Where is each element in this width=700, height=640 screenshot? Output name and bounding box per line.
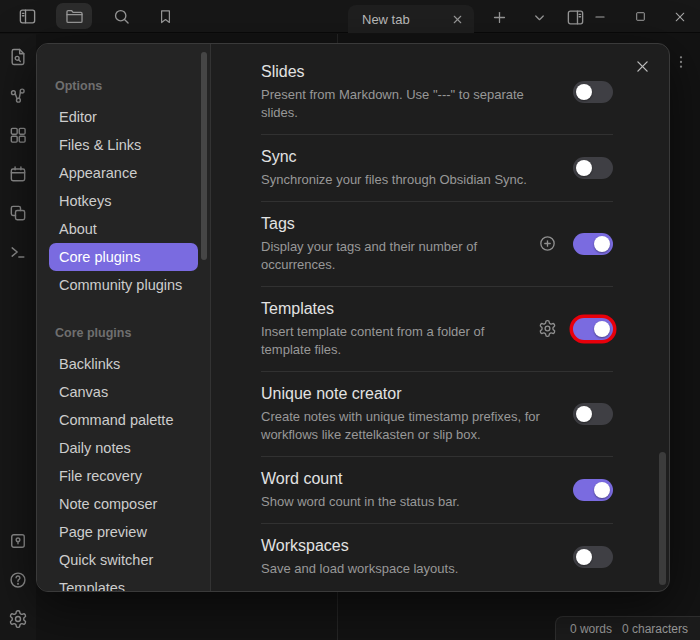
toggle-sync[interactable] <box>573 157 613 179</box>
setting-row-word-count: Word count Show word count in the status… <box>261 456 613 523</box>
sidebar-item-editor[interactable]: Editor <box>49 103 198 131</box>
toggle-tags[interactable] <box>573 233 613 255</box>
copy-icon[interactable] <box>7 202 29 224</box>
sidebar-item-daily-notes[interactable]: Daily notes <box>49 434 198 462</box>
sidebar-item-quick-switcher[interactable]: Quick switcher <box>49 546 198 574</box>
setting-description: Synchronize your files through Obsidian … <box>261 171 561 189</box>
sidebar-item-core-plugins[interactable]: Core plugins <box>49 243 198 271</box>
settings-gear-icon[interactable] <box>7 608 29 630</box>
window-controls <box>580 0 700 33</box>
tab-title: New tab <box>362 12 445 27</box>
folder-icon[interactable] <box>56 3 92 29</box>
setting-row-unique-note-creator: Unique note creator Create notes with un… <box>261 371 613 456</box>
sidebar-item-hotkeys[interactable]: Hotkeys <box>49 187 198 215</box>
setting-description: Create notes with unique timestamp prefi… <box>261 408 561 444</box>
setting-name: Sync <box>261 146 561 168</box>
modal-close-icon[interactable] <box>634 58 651 75</box>
tab-close-icon[interactable] <box>451 13 464 26</box>
tab-extra-actions <box>482 4 592 30</box>
sidebar-item-about[interactable]: About <box>49 215 198 243</box>
setting-name: Unique note creator <box>261 383 561 405</box>
file-search-icon[interactable] <box>7 46 29 68</box>
graph-icon[interactable] <box>7 85 29 107</box>
calendar-icon[interactable] <box>7 163 29 185</box>
toggle-unique-note-creator[interactable] <box>573 403 613 425</box>
sidebar-item-files-links[interactable]: Files & Links <box>49 131 198 159</box>
word-count: 0 words <box>570 622 612 636</box>
character-count: 0 characters <box>622 622 688 636</box>
content-scrollbar[interactable] <box>659 452 666 585</box>
settings-content: Slides Present from Markdown. Use "---" … <box>211 44 669 591</box>
bookmark-icon[interactable] <box>150 3 180 29</box>
titlebar-left-actions <box>0 3 180 29</box>
sidebar-item-file-recovery[interactable]: File recovery <box>49 462 198 490</box>
sidebar-item-canvas[interactable]: Canvas <box>49 378 198 406</box>
layout-grid-icon[interactable] <box>7 124 29 146</box>
setting-description: Present from Markdown. Use "---" to sepa… <box>261 86 561 122</box>
sidebar-section-heading: Options <box>49 76 198 103</box>
vault-icon[interactable] <box>7 530 29 552</box>
sidebar-item-command-palette[interactable]: Command palette <box>49 406 198 434</box>
toggle-word-count[interactable] <box>573 479 613 501</box>
sidebar-item-appearance[interactable]: Appearance <box>49 159 198 187</box>
setting-row-sync: Sync Synchronize your files through Obsi… <box>261 134 613 201</box>
toggle-templates[interactable] <box>573 318 613 340</box>
setting-row-workspaces: Workspaces Save and load workspace layou… <box>261 523 613 590</box>
sidebar-item-templates[interactable]: Templates <box>49 574 198 592</box>
setting-description: Show word count in the status bar. <box>261 493 561 511</box>
settings-sidebar: Options EditorFiles & LinksAppearanceHot… <box>37 44 211 591</box>
setting-row-tags: Tags Display your tags and their number … <box>261 201 613 286</box>
gear-icon[interactable] <box>538 319 557 338</box>
minimize-icon[interactable] <box>580 0 620 33</box>
more-options-icon[interactable] <box>673 52 689 72</box>
terminal-icon[interactable] <box>7 241 29 263</box>
setting-row-templates: Templates Insert template content from a… <box>261 286 613 371</box>
setting-description: Display your tags and their number of oc… <box>261 238 526 274</box>
sidebar-section-heading: Core plugins <box>49 323 198 350</box>
setting-name: Workspaces <box>261 535 561 557</box>
maximize-icon[interactable] <box>620 0 660 33</box>
sidebar-item-backlinks[interactable]: Backlinks <box>49 350 198 378</box>
setting-name: Word count <box>261 468 561 490</box>
ribbon <box>0 34 36 640</box>
chevron-down-icon[interactable] <box>522 4 556 30</box>
window-close-icon[interactable] <box>660 0 700 33</box>
toggle-slides[interactable] <box>573 81 613 103</box>
setting-row-slides: Slides Present from Markdown. Use "---" … <box>261 50 613 134</box>
toggle-workspaces[interactable] <box>573 546 613 568</box>
plus-circle-icon[interactable] <box>538 234 557 253</box>
setting-description: Insert template content from a folder of… <box>261 323 526 359</box>
status-bar: 0 words 0 characters <box>555 616 700 640</box>
setting-name: Templates <box>261 298 526 320</box>
setting-name: Slides <box>261 61 561 83</box>
new-tab-icon[interactable] <box>482 4 516 30</box>
search-icon[interactable] <box>106 3 136 29</box>
settings-modal: Options EditorFiles & LinksAppearanceHot… <box>36 43 670 592</box>
setting-description: Save and load workspace layouts. <box>261 560 561 578</box>
tab-new-tab[interactable]: New tab <box>348 5 474 33</box>
setting-name: Tags <box>261 213 526 235</box>
help-icon[interactable] <box>7 569 29 591</box>
titlebar: New tab <box>0 0 700 33</box>
panel-left-icon[interactable] <box>12 3 42 29</box>
sidebar-scrollbar[interactable] <box>201 52 207 260</box>
tab-strip: New tab <box>348 5 474 33</box>
sidebar-item-page-preview[interactable]: Page preview <box>49 518 198 546</box>
sidebar-item-note-composer[interactable]: Note composer <box>49 490 198 518</box>
sidebar-item-community-plugins[interactable]: Community plugins <box>49 271 198 299</box>
